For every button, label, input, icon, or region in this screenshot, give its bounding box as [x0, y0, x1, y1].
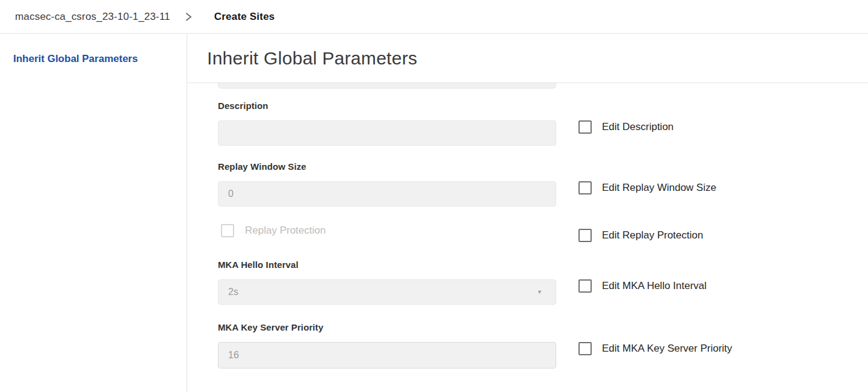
edit-description-label: Edit Description [602, 121, 674, 133]
breadcrumb: macsec-ca_csros_23-10-1_23-11 Create Sit… [0, 0, 868, 34]
edit-replay-protection-checkbox[interactable] [578, 229, 592, 242]
replay-protection-control[interactable]: Replay Protection [218, 224, 556, 237]
section-header: Inherit Global Parameters [187, 34, 868, 83]
replay-window-size-label: Replay Window Size [218, 161, 556, 172]
mka-hello-interval-value: 2s [228, 287, 238, 297]
replay-window-size-field: Replay Window Size [218, 161, 556, 207]
edit-mka-hello-interval-toggle[interactable]: Edit MKA Hello Interval [578, 279, 707, 293]
mka-hello-interval-row: MKA Hello Interval 2s ▼ Edit MKA Hello I… [218, 260, 868, 305]
edit-description-checkbox[interactable] [578, 120, 592, 134]
sidebar-item-inherit-global-parameters[interactable]: Inherit Global Parameters [13, 53, 187, 65]
form-area: Description [187, 83, 868, 392]
edit-mka-key-server-priority-checkbox[interactable] [578, 342, 592, 355]
create-sites-page: macsec-ca_csros_23-10-1_23-11 Create Sit… [0, 0, 868, 392]
partial-input-cutoff[interactable] [218, 83, 556, 89]
chevron-right-icon [185, 11, 193, 22]
edit-description-toggle[interactable]: Edit Description [578, 120, 674, 134]
breadcrumb-parent-link[interactable]: macsec-ca_csros_23-10-1_23-11 [15, 11, 170, 23]
edit-replay-window-size-toggle[interactable]: Edit Replay Window Size [578, 181, 716, 194]
steps-sidebar: Inherit Global Parameters [0, 34, 187, 392]
mka-key-server-priority-label: MKA Key Server Priority [218, 322, 556, 333]
mka-hello-interval-select[interactable]: 2s ▼ [218, 279, 556, 305]
edit-replay-window-size-checkbox[interactable] [578, 181, 592, 194]
breadcrumb-current: Create Sites [214, 11, 275, 23]
description-label: Description [218, 101, 556, 111]
description-row: Description [218, 101, 868, 146]
mka-hello-interval-field: MKA Hello Interval 2s ▼ [218, 260, 556, 305]
edit-replay-window-size-label: Edit Replay Window Size [602, 182, 716, 194]
page-title: Inherit Global Parameters [207, 48, 417, 69]
description-input[interactable] [218, 120, 556, 146]
replay-protection-label: Replay Protection [245, 225, 326, 237]
replay-window-size-row: Replay Window Size Edit Replay Window Si… [218, 161, 868, 207]
body: Inherit Global Parameters Inherit Global… [0, 34, 868, 392]
replay-protection-field: Replay Protection [218, 224, 556, 237]
main-panel: Inherit Global Parameters Description [187, 34, 868, 392]
replay-protection-checkbox[interactable] [221, 224, 234, 237]
mka-key-server-priority-row: MKA Key Server Priority Edit MKA Key Ser… [218, 322, 868, 369]
mka-key-server-priority-input[interactable] [218, 342, 556, 369]
mka-key-server-priority-field: MKA Key Server Priority [218, 322, 556, 369]
edit-mka-key-server-priority-toggle[interactable]: Edit MKA Key Server Priority [578, 342, 732, 355]
edit-replay-protection-toggle[interactable]: Edit Replay Protection [578, 229, 703, 242]
edit-mka-key-server-priority-label: Edit MKA Key Server Priority [602, 343, 732, 355]
edit-mka-hello-interval-label: Edit MKA Hello Interval [602, 280, 707, 292]
chevron-down-icon: ▼ [537, 289, 546, 295]
mka-hello-interval-label: MKA Hello Interval [218, 260, 556, 270]
description-field: Description [218, 101, 556, 146]
replay-window-size-input[interactable] [218, 181, 556, 207]
replay-protection-row: Replay Protection Edit Replay Protection [218, 224, 868, 242]
edit-mka-hello-interval-checkbox[interactable] [578, 279, 592, 293]
edit-replay-protection-label: Edit Replay Protection [602, 229, 703, 241]
